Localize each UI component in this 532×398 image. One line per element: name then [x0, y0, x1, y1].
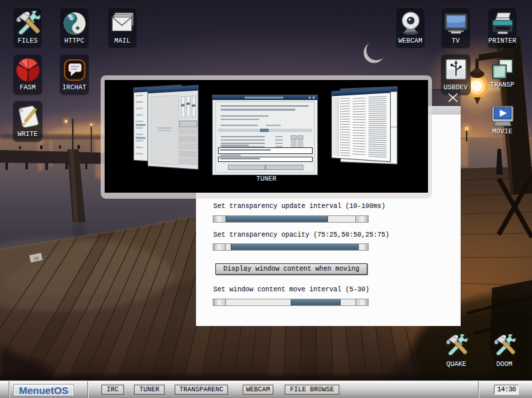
svg-text:40: 40	[33, 255, 39, 262]
